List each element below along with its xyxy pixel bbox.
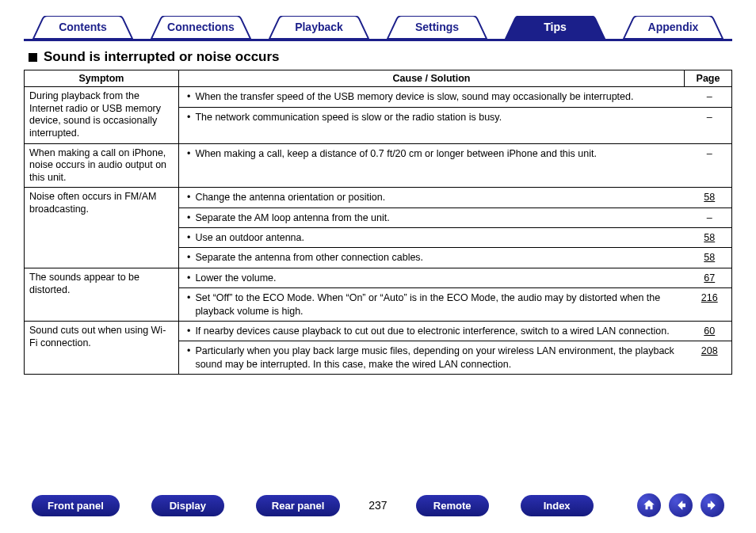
tab-label: Contents	[59, 21, 107, 33]
remote-button[interactable]: Remote	[416, 495, 489, 516]
page-ref-none: –	[685, 144, 732, 163]
page-ref-none: –	[685, 107, 732, 127]
page-ref-link[interactable]: 58	[704, 232, 715, 243]
front-panel-button[interactable]: Front panel	[32, 495, 120, 516]
bottom-bar: Front panelDisplayRear panel 237 RemoteI…	[0, 493, 756, 517]
page-ref-none: –	[685, 87, 732, 107]
index-button[interactable]: Index	[521, 495, 594, 516]
tab-appendix[interactable]: Appendix	[614, 16, 732, 39]
page-ref-link[interactable]: 216	[701, 292, 718, 303]
solution-text: Change the antenna orientation or positi…	[179, 188, 685, 207]
page-cell: 58–5858	[685, 188, 732, 268]
symptom-cell: During playback from the Internet radio …	[25, 87, 179, 144]
section-heading: Sound is interrupted or noise occurs	[29, 49, 732, 65]
th-symptom: Symptom	[25, 70, 179, 87]
solution-cell: Change the antenna orientation or positi…	[179, 188, 685, 268]
solution-text: If nearby devices cause playback to cut …	[179, 322, 685, 341]
tab-connections[interactable]: Connections	[142, 16, 260, 39]
troubleshooting-table: Symptom Cause / Solution Page During pla…	[24, 70, 732, 375]
display-button[interactable]: Display	[151, 495, 224, 516]
table-row: Noise often occurs in FM/AM broadcasting…	[25, 188, 732, 268]
rear-panel-button[interactable]: Rear panel	[256, 495, 340, 516]
page-ref-link[interactable]: 208	[701, 345, 718, 356]
symptom-cell: When making a call on iPhone, noise occu…	[25, 143, 179, 188]
solution-text: When making a call, keep a distance of 0…	[179, 144, 685, 163]
page-ref-link[interactable]: 60	[704, 326, 715, 337]
solution-text: Separate the antenna from other connecti…	[179, 248, 685, 268]
tab-label: Appendix	[648, 21, 699, 33]
page-ref-link[interactable]: 58	[704, 252, 715, 263]
section-title: Sound is interrupted or noise occurs	[44, 49, 280, 65]
solution-text: Particularly when you play back large mu…	[179, 341, 685, 374]
table-row: The sounds appear to be distorted.Lower …	[25, 268, 732, 321]
page-cell: 67216	[685, 268, 732, 321]
top-tab-bar: ContentsConnectionsPlaybackSettingsTipsA…	[24, 16, 732, 41]
solution-text: Use an outdoor antenna.	[179, 228, 685, 248]
prev-page-icon[interactable]	[669, 493, 693, 517]
tab-contents[interactable]: Contents	[24, 16, 142, 39]
home-icon[interactable]	[637, 493, 661, 517]
table-row: During playback from the Internet radio …	[25, 87, 732, 144]
tab-tips[interactable]: Tips	[496, 16, 614, 39]
page-cell: ––	[685, 87, 732, 144]
solution-text: Separate the AM loop antenna from the un…	[179, 207, 685, 227]
tab-label: Settings	[415, 21, 459, 33]
page-number: 237	[362, 499, 393, 512]
solution-cell: When the transfer speed of the USB memor…	[179, 87, 685, 144]
th-solution: Cause / Solution	[179, 70, 685, 87]
solution-cell: When making a call, keep a distance of 0…	[179, 143, 685, 188]
symptom-cell: Sound cuts out when using Wi-Fi connecti…	[25, 321, 179, 374]
tab-label: Tips	[544, 21, 567, 33]
solution-text: The network communication speed is slow …	[179, 107, 685, 127]
square-icon	[29, 53, 37, 62]
page-ref-link[interactable]: 58	[704, 192, 715, 203]
next-page-icon[interactable]	[701, 493, 724, 517]
solution-cell: If nearby devices cause playback to cut …	[179, 321, 685, 374]
page-ref-none: –	[685, 207, 732, 227]
solution-text: When the transfer speed of the USB memor…	[179, 87, 685, 107]
page-cell: –	[685, 143, 732, 188]
tab-label: Playback	[295, 21, 343, 33]
solution-text: Set “Off” to the ECO Mode. When “On” or …	[179, 288, 685, 321]
tab-label: Connections	[167, 21, 235, 33]
table-row: Sound cuts out when using Wi-Fi connecti…	[25, 321, 732, 374]
solution-text: Lower the volume.	[179, 268, 685, 288]
solution-cell: Lower the volume.Set “Off” to the ECO Mo…	[179, 268, 685, 321]
tab-playback[interactable]: Playback	[260, 16, 378, 39]
symptom-cell: The sounds appear to be distorted.	[25, 268, 179, 321]
table-row: When making a call on iPhone, noise occu…	[25, 143, 732, 188]
symptom-cell: Noise often occurs in FM/AM broadcasting…	[25, 188, 179, 268]
th-page: Page	[685, 70, 732, 87]
tab-settings[interactable]: Settings	[378, 16, 496, 39]
page-cell: 60208	[685, 321, 732, 374]
page-ref-link[interactable]: 67	[704, 272, 715, 284]
